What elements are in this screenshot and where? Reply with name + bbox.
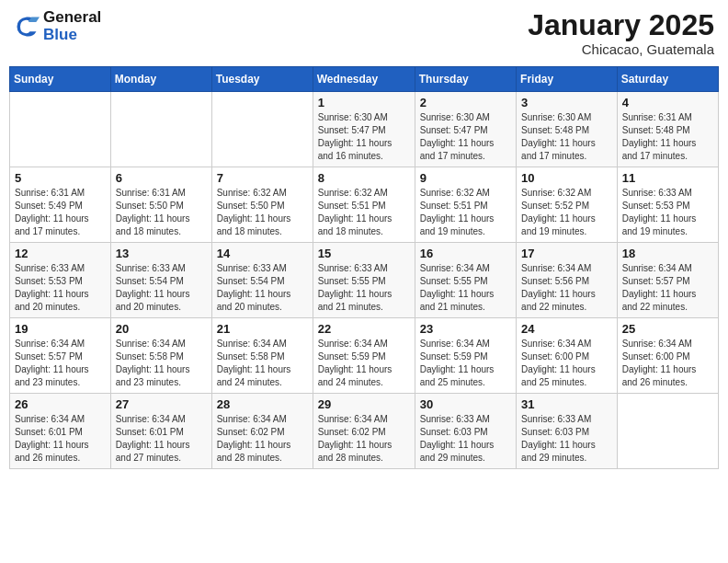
day-number: 4 xyxy=(622,96,713,109)
calendar-cell: 13Sunrise: 6:33 AM Sunset: 5:54 PM Dayli… xyxy=(110,243,211,318)
day-info: Sunrise: 6:33 AM Sunset: 5:54 PM Dayligh… xyxy=(217,262,308,314)
day-info: Sunrise: 6:34 AM Sunset: 6:00 PM Dayligh… xyxy=(622,338,713,389)
calendar-cell: 18Sunrise: 6:34 AM Sunset: 5:57 PM Dayli… xyxy=(617,243,718,318)
day-number: 18 xyxy=(622,247,713,260)
day-number: 19 xyxy=(15,322,106,336)
calendar-cell: 2Sunrise: 6:30 AM Sunset: 5:47 PM Daylig… xyxy=(415,92,516,167)
day-info: Sunrise: 6:34 AM Sunset: 5:59 PM Dayligh… xyxy=(318,338,410,389)
day-info: Sunrise: 6:33 AM Sunset: 5:54 PM Dayligh… xyxy=(116,262,207,314)
day-number: 5 xyxy=(15,171,106,185)
day-number: 12 xyxy=(15,247,106,260)
calendar-cell: 7Sunrise: 6:32 AM Sunset: 5:50 PM Daylig… xyxy=(211,167,313,243)
day-info: Sunrise: 6:31 AM Sunset: 5:49 PM Dayligh… xyxy=(15,187,106,238)
calendar-table: SundayMondayTuesdayWednesdayThursdayFrid… xyxy=(9,66,719,469)
calendar-cell: 24Sunrise: 6:34 AM Sunset: 6:00 PM Dayli… xyxy=(517,318,618,394)
calendar-cell: 9Sunrise: 6:32 AM Sunset: 5:51 PM Daylig… xyxy=(415,167,516,243)
day-number: 7 xyxy=(217,171,308,185)
calendar-cell: 31Sunrise: 6:33 AM Sunset: 6:03 PM Dayli… xyxy=(517,394,618,469)
day-number: 29 xyxy=(318,397,410,411)
day-info: Sunrise: 6:33 AM Sunset: 5:55 PM Dayligh… xyxy=(318,262,410,314)
weekday-header-friday: Friday xyxy=(517,67,618,92)
day-info: Sunrise: 6:31 AM Sunset: 5:50 PM Dayligh… xyxy=(116,187,207,238)
day-info: Sunrise: 6:34 AM Sunset: 5:55 PM Dayligh… xyxy=(420,262,511,314)
calendar-week-1: 1Sunrise: 6:30 AM Sunset: 5:47 PM Daylig… xyxy=(10,92,719,167)
day-number: 13 xyxy=(116,247,207,260)
day-number: 2 xyxy=(420,96,511,109)
calendar-cell xyxy=(617,394,718,469)
day-info: Sunrise: 6:32 AM Sunset: 5:50 PM Dayligh… xyxy=(217,187,308,238)
calendar-week-2: 5Sunrise: 6:31 AM Sunset: 5:49 PM Daylig… xyxy=(10,167,719,243)
day-info: Sunrise: 6:32 AM Sunset: 5:51 PM Dayligh… xyxy=(420,187,511,238)
day-info: Sunrise: 6:32 AM Sunset: 5:51 PM Dayligh… xyxy=(318,187,410,238)
calendar-cell: 12Sunrise: 6:33 AM Sunset: 5:53 PM Dayli… xyxy=(10,243,111,318)
calendar-cell xyxy=(10,92,111,167)
weekday-header-sunday: Sunday xyxy=(10,67,111,92)
day-info: Sunrise: 6:34 AM Sunset: 5:56 PM Dayligh… xyxy=(521,262,612,314)
day-info: Sunrise: 6:34 AM Sunset: 6:00 PM Dayligh… xyxy=(521,338,612,389)
day-number: 9 xyxy=(420,171,511,185)
day-number: 6 xyxy=(116,171,207,185)
calendar-cell: 22Sunrise: 6:34 AM Sunset: 5:59 PM Dayli… xyxy=(313,318,415,394)
calendar-cell: 6Sunrise: 6:31 AM Sunset: 5:50 PM Daylig… xyxy=(110,167,211,243)
calendar-cell: 20Sunrise: 6:34 AM Sunset: 5:58 PM Dayli… xyxy=(110,318,211,394)
day-number: 1 xyxy=(318,96,410,109)
weekday-header-thursday: Thursday xyxy=(415,67,516,92)
calendar-week-3: 12Sunrise: 6:33 AM Sunset: 5:53 PM Dayli… xyxy=(10,243,719,318)
day-number: 3 xyxy=(521,96,612,109)
day-number: 27 xyxy=(116,397,207,411)
day-info: Sunrise: 6:34 AM Sunset: 5:59 PM Dayligh… xyxy=(420,338,511,389)
calendar-cell: 1Sunrise: 6:30 AM Sunset: 5:47 PM Daylig… xyxy=(313,92,415,167)
calendar-cell: 15Sunrise: 6:33 AM Sunset: 5:55 PM Dayli… xyxy=(313,243,415,318)
day-info: Sunrise: 6:34 AM Sunset: 6:01 PM Dayligh… xyxy=(116,413,207,465)
day-number: 22 xyxy=(318,322,410,336)
calendar-cell: 23Sunrise: 6:34 AM Sunset: 5:59 PM Dayli… xyxy=(415,318,516,394)
calendar-cell: 19Sunrise: 6:34 AM Sunset: 5:57 PM Dayli… xyxy=(10,318,111,394)
day-info: Sunrise: 6:34 AM Sunset: 5:57 PM Dayligh… xyxy=(622,262,713,314)
day-number: 26 xyxy=(15,397,106,411)
calendar-cell: 10Sunrise: 6:32 AM Sunset: 5:52 PM Dayli… xyxy=(517,167,618,243)
day-info: Sunrise: 6:34 AM Sunset: 5:57 PM Dayligh… xyxy=(15,338,106,389)
month-title: January 2025 xyxy=(528,9,714,41)
weekday-header-row: SundayMondayTuesdayWednesdayThursdayFrid… xyxy=(10,67,719,92)
weekday-header-saturday: Saturday xyxy=(617,67,718,92)
day-info: Sunrise: 6:33 AM Sunset: 6:03 PM Dayligh… xyxy=(521,413,612,465)
day-info: Sunrise: 6:33 AM Sunset: 5:53 PM Dayligh… xyxy=(622,187,713,238)
day-info: Sunrise: 6:33 AM Sunset: 6:03 PM Dayligh… xyxy=(420,413,511,465)
calendar-cell: 27Sunrise: 6:34 AM Sunset: 6:01 PM Dayli… xyxy=(110,394,211,469)
logo: General Blue xyxy=(14,9,101,43)
weekday-header-monday: Monday xyxy=(110,67,211,92)
day-number: 21 xyxy=(217,322,308,336)
calendar-cell: 4Sunrise: 6:31 AM Sunset: 5:48 PM Daylig… xyxy=(617,92,718,167)
day-info: Sunrise: 6:34 AM Sunset: 5:58 PM Dayligh… xyxy=(116,338,207,389)
calendar-body: 1Sunrise: 6:30 AM Sunset: 5:47 PM Daylig… xyxy=(10,92,719,469)
day-info: Sunrise: 6:31 AM Sunset: 5:48 PM Dayligh… xyxy=(622,111,713,163)
day-number: 24 xyxy=(521,322,612,336)
logo-text: General Blue xyxy=(43,9,101,43)
calendar-cell: 25Sunrise: 6:34 AM Sunset: 6:00 PM Dayli… xyxy=(617,318,718,394)
calendar-cell: 11Sunrise: 6:33 AM Sunset: 5:53 PM Dayli… xyxy=(617,167,718,243)
calendar-cell: 29Sunrise: 6:34 AM Sunset: 6:02 PM Dayli… xyxy=(313,394,415,469)
weekday-header-wednesday: Wednesday xyxy=(313,67,415,92)
day-info: Sunrise: 6:32 AM Sunset: 5:52 PM Dayligh… xyxy=(521,187,612,238)
calendar-week-5: 26Sunrise: 6:34 AM Sunset: 6:01 PM Dayli… xyxy=(10,394,719,469)
calendar-cell xyxy=(211,92,313,167)
weekday-header-tuesday: Tuesday xyxy=(211,67,313,92)
page-header: General Blue January 2025 Chicacao, Guat… xyxy=(9,9,719,57)
day-number: 8 xyxy=(318,171,410,185)
calendar-cell: 26Sunrise: 6:34 AM Sunset: 6:01 PM Dayli… xyxy=(10,394,111,469)
calendar-cell: 21Sunrise: 6:34 AM Sunset: 5:58 PM Dayli… xyxy=(211,318,313,394)
calendar-cell: 17Sunrise: 6:34 AM Sunset: 5:56 PM Dayli… xyxy=(517,243,618,318)
calendar-cell: 3Sunrise: 6:30 AM Sunset: 5:48 PM Daylig… xyxy=(517,92,618,167)
day-info: Sunrise: 6:34 AM Sunset: 5:58 PM Dayligh… xyxy=(217,338,308,389)
day-number: 20 xyxy=(116,322,207,336)
day-info: Sunrise: 6:34 AM Sunset: 6:01 PM Dayligh… xyxy=(15,413,106,465)
calendar-cell: 5Sunrise: 6:31 AM Sunset: 5:49 PM Daylig… xyxy=(10,167,111,243)
day-number: 28 xyxy=(217,397,308,411)
calendar-week-4: 19Sunrise: 6:34 AM Sunset: 5:57 PM Dayli… xyxy=(10,318,719,394)
day-info: Sunrise: 6:33 AM Sunset: 5:53 PM Dayligh… xyxy=(15,262,106,314)
calendar-cell: 28Sunrise: 6:34 AM Sunset: 6:02 PM Dayli… xyxy=(211,394,313,469)
day-number: 15 xyxy=(318,247,410,260)
day-info: Sunrise: 6:34 AM Sunset: 6:02 PM Dayligh… xyxy=(318,413,410,465)
day-number: 16 xyxy=(420,247,511,260)
day-number: 30 xyxy=(420,397,511,411)
